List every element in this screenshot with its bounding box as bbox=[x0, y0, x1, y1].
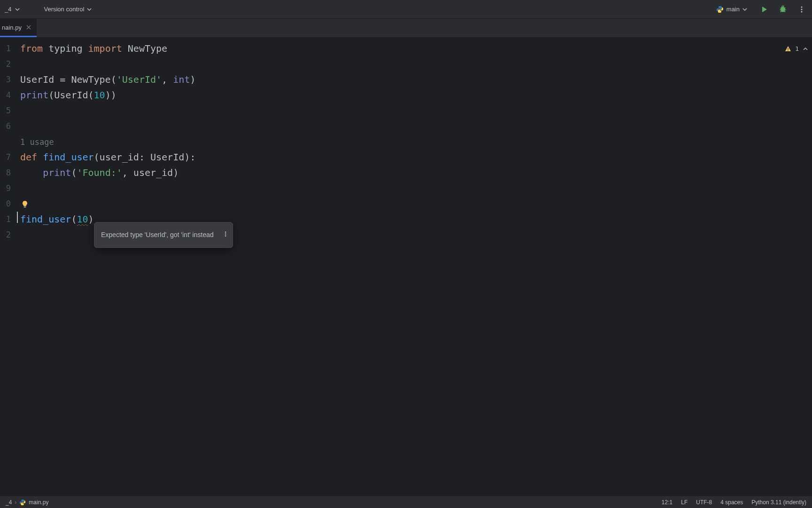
breadcrumb[interactable]: _4 › main.py bbox=[6, 499, 48, 506]
svg-point-3 bbox=[801, 11, 803, 12]
version-control-label: Version control bbox=[44, 6, 84, 13]
run-config-label: main bbox=[726, 6, 740, 13]
code-line: print(UserId(10)) bbox=[20, 87, 812, 103]
toolbar-right: main bbox=[712, 4, 807, 15]
file-encoding[interactable]: UTF-8 bbox=[696, 499, 712, 506]
line-number bbox=[0, 134, 11, 150]
status-bar: _4 › main.py 12:1 LF UTF-8 4 spaces Pyth… bbox=[0, 496, 812, 508]
editor-area: 1 2 3 4 5 6 7 8 9 0 1 2 from typing impo… bbox=[0, 37, 812, 496]
line-number: 5 bbox=[0, 103, 11, 119]
code-pane[interactable]: from typing import NewType UserId = NewT… bbox=[16, 37, 812, 496]
line-number: 2 bbox=[0, 56, 11, 72]
python-icon bbox=[716, 6, 724, 13]
line-number-gutter: 1 2 3 4 5 6 7 8 9 0 1 2 bbox=[0, 37, 16, 496]
code-line bbox=[20, 103, 812, 119]
line-number: 7 bbox=[0, 150, 11, 165]
project-name[interactable]: _4 bbox=[5, 6, 11, 13]
code-line bbox=[20, 56, 812, 72]
line-number: 2 bbox=[0, 227, 11, 243]
chevron-right-icon: › bbox=[15, 499, 16, 506]
chevron-up-icon bbox=[803, 46, 808, 52]
line-number: 6 bbox=[0, 119, 11, 134]
code-line bbox=[20, 119, 812, 134]
line-number: 9 bbox=[0, 181, 11, 196]
line-number: 1 bbox=[0, 41, 11, 56]
editor-tab-bar: nain.py bbox=[0, 19, 812, 37]
svg-rect-8 bbox=[788, 48, 788, 50]
svg-point-1 bbox=[801, 6, 803, 8]
python-interpreter[interactable]: Python 3.11 (indently) bbox=[751, 499, 806, 506]
code-line: from typing import NewType bbox=[20, 41, 812, 56]
text-caret bbox=[17, 212, 18, 223]
run-button[interactable] bbox=[758, 4, 770, 15]
svg-rect-4 bbox=[24, 206, 26, 207]
tooltip-more-button[interactable] bbox=[222, 227, 229, 243]
line-number: 3 bbox=[0, 72, 11, 87]
svg-point-7 bbox=[225, 235, 226, 237]
toolbar-left: _4 Version control bbox=[5, 4, 95, 15]
indent-setting[interactable]: 4 spaces bbox=[720, 499, 743, 506]
svg-point-0 bbox=[781, 7, 784, 11]
tab-label: nain.py bbox=[2, 24, 22, 31]
usage-hint[interactable]: 1 usage bbox=[20, 134, 812, 150]
debug-button[interactable] bbox=[777, 4, 789, 15]
svg-point-2 bbox=[801, 8, 803, 10]
breadcrumb-file: main.py bbox=[29, 499, 48, 506]
version-control-button[interactable]: Version control bbox=[40, 4, 95, 15]
intention-bulb-icon[interactable] bbox=[21, 197, 29, 205]
line-separator[interactable]: LF bbox=[681, 499, 687, 506]
cursor-position[interactable]: 12:1 bbox=[662, 499, 672, 506]
svg-rect-9 bbox=[788, 50, 788, 51]
code-line: print('Found:', user_id) bbox=[20, 165, 812, 181]
tooltip-text: Expected type 'UserId', got 'int' instea… bbox=[101, 227, 214, 243]
line-number: 8 bbox=[0, 165, 11, 181]
chevron-down-icon bbox=[87, 7, 92, 12]
code-line: def find_user(user_id: UserId): bbox=[20, 150, 812, 165]
file-tab-main[interactable]: nain.py bbox=[0, 19, 37, 37]
top-toolbar: _4 Version control main bbox=[0, 0, 812, 19]
svg-point-6 bbox=[225, 233, 226, 235]
svg-point-5 bbox=[225, 231, 226, 233]
code-line bbox=[20, 181, 812, 196]
warning-icon bbox=[785, 46, 791, 52]
close-icon[interactable] bbox=[25, 24, 32, 31]
line-number: 0 bbox=[0, 196, 11, 212]
inspection-count: 1 bbox=[795, 41, 799, 56]
status-right: 12:1 LF UTF-8 4 spaces Python 3.11 (inde… bbox=[662, 499, 806, 506]
inspection-tooltip: Expected type 'UserId', got 'int' instea… bbox=[94, 222, 233, 248]
breadcrumb-project: _4 bbox=[6, 499, 12, 506]
code-line: UserId = NewType('UserId', int) bbox=[20, 72, 812, 87]
chevron-down-icon[interactable] bbox=[15, 5, 20, 14]
run-configuration-selector[interactable]: main bbox=[712, 4, 751, 15]
more-actions-button[interactable] bbox=[796, 4, 807, 15]
code-line bbox=[20, 196, 812, 212]
chevron-down-icon bbox=[742, 7, 747, 12]
line-number: 4 bbox=[0, 87, 11, 103]
inspection-summary[interactable]: 1 bbox=[785, 41, 808, 56]
python-icon bbox=[19, 499, 26, 506]
line-number: 1 bbox=[0, 212, 11, 227]
